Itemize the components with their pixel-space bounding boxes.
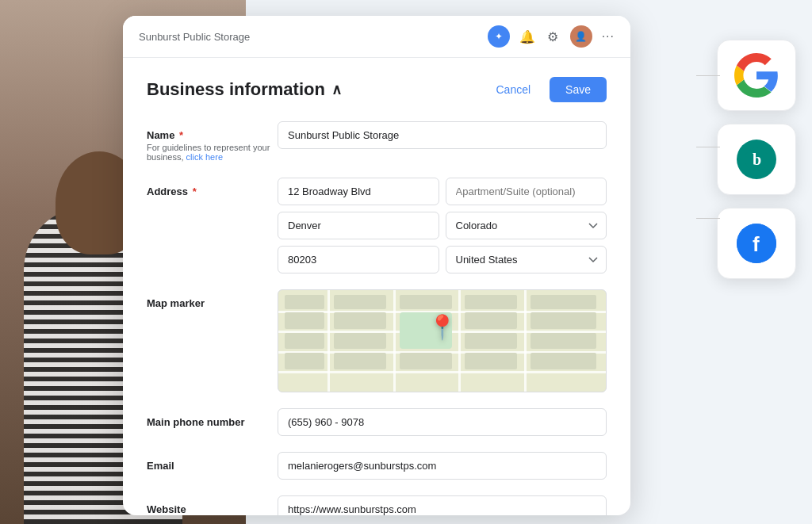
map-field-content: 📍 bbox=[278, 289, 607, 392]
svg-text:f: f bbox=[753, 232, 760, 256]
settings-icon[interactable]: ⚙ bbox=[545, 29, 561, 44]
main-card: Sunburst Public Storage ✦ 🔔 ⚙ 👤 ··· Busi… bbox=[123, 16, 630, 515]
website-label: Website bbox=[147, 495, 278, 515]
address-label: Address * bbox=[147, 178, 278, 197]
facebook-card[interactable]: f bbox=[717, 208, 796, 279]
website-field-row: Website bbox=[147, 495, 607, 515]
country-select[interactable]: United StatesCanadaUnited KingdomAustral… bbox=[446, 246, 607, 273]
bell-icon[interactable]: 🔔 bbox=[519, 29, 535, 44]
google-card[interactable] bbox=[717, 40, 796, 111]
top-bar-title: Sunburst Public Storage bbox=[139, 31, 488, 43]
map-background: 📍 bbox=[278, 290, 606, 392]
state-select[interactable]: AlabamaAlaskaArizonaArkansasCaliforniaCo… bbox=[446, 212, 607, 239]
address-field-row: Address * AlabamaAlaskaArizonaArkansasCa… bbox=[147, 178, 607, 273]
chevron-up-icon[interactable]: ∧ bbox=[331, 81, 342, 98]
phone-input[interactable] bbox=[278, 408, 607, 436]
bing-card[interactable]: b bbox=[717, 124, 796, 195]
email-input[interactable] bbox=[278, 452, 607, 480]
map-marker-field-row: Map marker bbox=[147, 289, 607, 392]
email-label: Email bbox=[147, 452, 278, 472]
suite-input[interactable] bbox=[446, 178, 607, 205]
form-title: Business information ∧ bbox=[147, 79, 342, 100]
google-icon bbox=[734, 53, 779, 98]
name-required-star: * bbox=[176, 129, 183, 141]
svg-text:b: b bbox=[753, 151, 761, 168]
name-field-content bbox=[278, 121, 607, 149]
header-actions: Cancel Save bbox=[486, 77, 607, 102]
phone-label: Main phone number bbox=[147, 408, 278, 428]
city-input[interactable] bbox=[278, 212, 439, 239]
form-title-text: Business information bbox=[147, 79, 325, 100]
website-field-content bbox=[278, 495, 607, 515]
bing-icon: b bbox=[737, 140, 776, 179]
user-avatar[interactable]: 👤 bbox=[570, 25, 592, 48]
map-container[interactable]: 📍 bbox=[278, 289, 607, 392]
social-panel: b f bbox=[717, 40, 796, 279]
name-field-row: Name * For guidelines to represent your … bbox=[147, 121, 607, 162]
top-bar: Sunburst Public Storage ✦ 🔔 ⚙ 👤 ··· bbox=[123, 16, 630, 58]
cancel-button[interactable]: Cancel bbox=[486, 77, 540, 102]
zip-input[interactable] bbox=[278, 246, 439, 273]
map-pin: 📍 bbox=[427, 313, 457, 341]
facebook-icon: f bbox=[737, 224, 776, 263]
phone-field-content bbox=[278, 408, 607, 436]
top-bar-icons: ✦ 🔔 ⚙ 👤 ··· bbox=[488, 25, 615, 48]
address-required-star: * bbox=[190, 186, 197, 197]
connector-google bbox=[696, 75, 720, 76]
scene: Sunburst Public Storage ✦ 🔔 ⚙ 👤 ··· Busi… bbox=[0, 0, 812, 524]
name-label: Name * For guidelines to represent your … bbox=[147, 121, 278, 162]
map-marker-label: Map marker bbox=[147, 289, 278, 309]
email-field-content bbox=[278, 452, 607, 480]
nav-avatar-icon[interactable]: ✦ bbox=[488, 25, 510, 48]
menu-dots-icon[interactable]: ··· bbox=[602, 29, 615, 44]
street-input[interactable] bbox=[278, 178, 439, 205]
email-field-row: Email bbox=[147, 452, 607, 480]
save-button[interactable]: Save bbox=[550, 77, 607, 102]
form-area: Business information ∧ Cancel Save Name … bbox=[123, 58, 630, 515]
address-field-content: AlabamaAlaskaArizonaArkansasCaliforniaCo… bbox=[278, 178, 607, 273]
name-input[interactable] bbox=[278, 121, 607, 149]
connector-facebook bbox=[696, 218, 720, 219]
name-hint: For guidelines to represent your busines… bbox=[147, 143, 278, 162]
form-header: Business information ∧ Cancel Save bbox=[147, 77, 607, 102]
phone-field-row: Main phone number bbox=[147, 408, 607, 436]
connector-bing bbox=[696, 147, 720, 147]
website-input[interactable] bbox=[278, 495, 607, 515]
address-grid: AlabamaAlaskaArizonaArkansasCaliforniaCo… bbox=[278, 178, 607, 273]
name-hint-link[interactable]: click here bbox=[186, 152, 223, 162]
